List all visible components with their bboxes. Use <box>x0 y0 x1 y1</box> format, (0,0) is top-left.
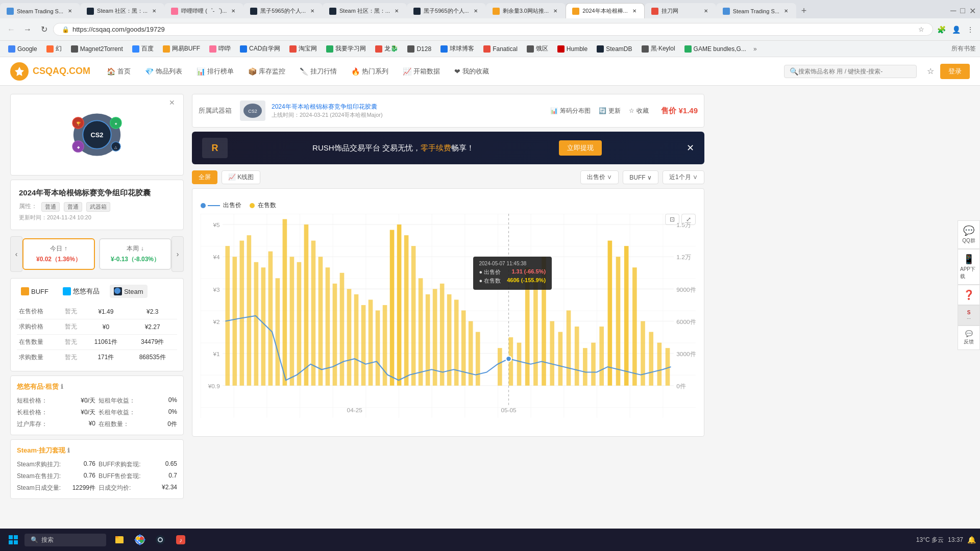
forward-button[interactable]: → <box>20 22 35 37</box>
help-float-button[interactable]: ❓ <box>958 285 980 305</box>
menu-icon[interactable]: ⋮ <box>965 23 976 36</box>
tab-close-1[interactable]: ✕ <box>66 8 74 15</box>
tab-10[interactable]: Steam Trading S... ✕ <box>716 3 796 18</box>
tab-2[interactable]: Steam 社区：黑：... ✕ <box>80 3 164 18</box>
notification-icon[interactable]: 🔔 <box>967 536 976 544</box>
bookmark-cad[interactable]: CAD自学网 <box>236 43 284 55</box>
maximize-button[interactable]: □ <box>960 6 965 15</box>
update-button[interactable]: 🔄 更新 <box>599 107 621 115</box>
price-card-today[interactable]: 今日 ↑ ¥0.02（1.36%） <box>22 238 95 270</box>
bookmark-study[interactable]: 我要学习网 <box>322 43 370 55</box>
collect-button[interactable]: ☆ 收藏 <box>629 107 649 115</box>
nav-items[interactable]: 💎 饰品列表 <box>139 64 188 79</box>
bookmark-taobao[interactable]: 淘宝网 <box>285 43 321 55</box>
nav-favorites[interactable]: ❤ 我的收藏 <box>448 64 495 79</box>
tab-close-3[interactable]: ✕ <box>230 8 237 15</box>
more-bookmarks-icon[interactable]: » <box>753 45 757 53</box>
profile-icon[interactable]: 👤 <box>950 23 963 36</box>
tab-4[interactable]: 黑子5965的个人... ✕ <box>243 3 323 18</box>
search-input[interactable] <box>798 68 911 75</box>
banner-cta-button[interactable]: 立即提现 <box>559 140 602 156</box>
code-distribution-button[interactable]: 📊 筹码分布图 <box>550 107 591 115</box>
bookmark-dragon[interactable]: 龙🐉 <box>371 43 402 55</box>
tab-6[interactable]: 黑子5965的个人... ✕ <box>407 3 486 18</box>
bookmark-keylol[interactable]: 黑·Keylol <box>638 43 679 55</box>
bookmark-equ[interactable]: 饿区 <box>523 43 552 55</box>
platform-tab-youpin[interactable]: 悠悠有品 <box>59 285 104 298</box>
chart-expand-button[interactable]: ⊡ <box>665 214 679 225</box>
period-dropdown[interactable]: 近1个月 ∨ <box>663 170 704 184</box>
tab-close-6[interactable]: ✕ <box>472 8 479 15</box>
new-tab-button[interactable]: + <box>796 3 812 18</box>
full-chart-button[interactable]: 全屏 <box>192 170 217 184</box>
bookmark-google[interactable]: Google <box>4 44 41 54</box>
app-float-button[interactable]: 📱 APP下载 <box>958 249 980 285</box>
nav-knife[interactable]: 🔪 挂刀行情 <box>293 64 343 79</box>
tab-9[interactable]: 挂刀网 ✕ <box>645 3 716 18</box>
k-chart-button[interactable]: 📈 K线图 <box>222 170 260 184</box>
bookmark-illusion[interactable]: 幻 <box>42 43 66 55</box>
platform-tab-steam[interactable]: Steam <box>110 285 148 298</box>
taskbar-search[interactable]: 🔍 搜索 <box>24 534 106 546</box>
taskbar-app-steam[interactable] <box>151 531 169 549</box>
banner-close-button[interactable]: ✕ <box>687 142 694 154</box>
nav-ranking[interactable]: 📊 排行榜单 <box>190 64 240 79</box>
bookmark-gamebundles[interactable]: GAME bundles,G... <box>680 44 750 54</box>
tab-3[interactable]: 哔哩哔哩 (゜-゜)... ✕ <box>164 3 243 18</box>
qq-float-button[interactable]: 💬 QQ群 <box>958 220 980 249</box>
nav-home[interactable]: 🏠 首页 <box>101 64 137 79</box>
tab-8-active[interactable]: 2024年本哈根棒... ✕ <box>566 3 645 18</box>
header-search[interactable]: 🔍 <box>784 65 917 78</box>
platform-tab-buff[interactable]: BUFF <box>17 285 53 298</box>
bookmark-qiuqiu[interactable]: 球球博客 <box>436 43 478 55</box>
sell-price-dropdown[interactable]: 出售价 ∨ <box>580 170 619 184</box>
tab-close-4[interactable]: ✕ <box>309 8 316 15</box>
tab-5[interactable]: Steam 社区：黑：... ✕ <box>323 3 407 18</box>
taskbar-app-browser[interactable] <box>131 531 149 549</box>
nav-inventory[interactable]: 📦 库存监控 <box>242 64 291 79</box>
site-logo[interactable]: CSQAQ.COM <box>10 62 90 81</box>
extensions-icon[interactable]: 🧩 <box>935 23 948 36</box>
tab-1[interactable]: Steam Trading S... ✕ <box>0 3 80 18</box>
back-button[interactable]: ← <box>4 22 18 37</box>
price-card-week[interactable]: 本周 ↓ ¥-0.13（-8.03%） <box>99 238 172 270</box>
tab-close-8[interactable]: ✕ <box>631 8 638 15</box>
tab-close-10[interactable]: ✕ <box>782 8 790 15</box>
price-prev-button[interactable]: ‹ <box>10 236 22 272</box>
bookmark-steamdb[interactable]: SteamDB <box>593 44 636 54</box>
tab-close-9[interactable]: ✕ <box>702 8 709 15</box>
start-button[interactable] <box>4 531 22 549</box>
bookmark-d128[interactable]: D128 <box>403 44 435 54</box>
bookmark-humble[interactable]: Humble <box>553 44 592 54</box>
taskbar-app-file[interactable] <box>110 531 129 549</box>
bookmark-bili[interactable]: 哔哔 <box>205 43 235 55</box>
inventory-icon: 📦 <box>248 67 257 76</box>
bookmark-magnet[interactable]: Magnet2Torrent <box>67 44 127 54</box>
taskbar-app-music[interactable]: ♪ <box>172 531 190 549</box>
image-close-button[interactable]: ✕ <box>169 98 179 109</box>
star-icon[interactable]: ☆ <box>918 26 924 33</box>
bookmark-buff[interactable]: 网易BUFF <box>159 43 204 55</box>
steam-knife-info-icon[interactable]: ℹ <box>67 447 70 454</box>
refresh-button[interactable]: ↻ <box>37 22 51 37</box>
bookmark-baidu[interactable]: 百度 <box>128 43 158 55</box>
tab-7[interactable]: 剩余量3.0网站推... ✕ <box>486 3 566 18</box>
tab-close-5[interactable]: ✕ <box>393 8 400 15</box>
rental-info-icon[interactable]: ℹ <box>61 383 63 390</box>
address-bar[interactable]: 🔒 https://csqaq.com/goods/19729 ☆ <box>53 23 933 36</box>
feedback-float-button[interactable]: 💬 反馈 <box>958 325 980 350</box>
chart-fullscreen-button[interactable]: ⤢ <box>681 214 696 225</box>
minimize-button[interactable]: ─ <box>950 6 956 15</box>
tab-close-2[interactable]: ✕ <box>151 8 158 15</box>
star-button[interactable]: ☆ <box>927 66 934 76</box>
nav-lootbox[interactable]: 📈 开箱数据 <box>397 64 446 79</box>
manage-bookmarks[interactable]: 所有书签 <box>951 44 976 53</box>
buff-dropdown[interactable]: BUFF ∨ <box>623 170 658 184</box>
nav-hot[interactable]: 🔥 热门系列 <box>345 64 395 79</box>
login-button[interactable]: 登录 <box>940 64 970 79</box>
bookmark-fanatical[interactable]: Fanatical <box>479 44 522 54</box>
close-window-button[interactable]: ✕ <box>969 6 976 16</box>
tab-close-7[interactable]: ✕ <box>552 8 559 15</box>
price-next-button[interactable]: › <box>172 236 184 272</box>
weapon-box-name[interactable]: 2024年哥本哈根锦标赛竞争组印花胶囊 <box>272 103 383 111</box>
